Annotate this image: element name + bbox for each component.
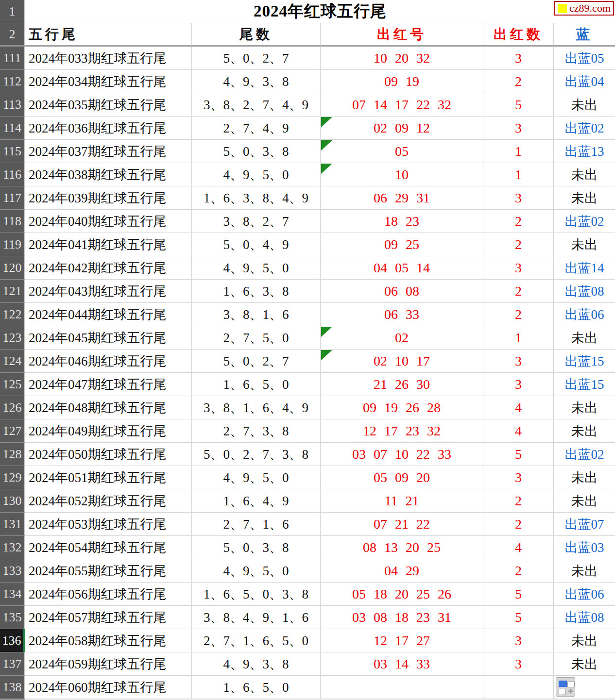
tails-cell[interactable]: 4、9、3、8 [192,652,321,676]
red-count-cell[interactable]: 3 [483,256,554,280]
red-numbers-cell[interactable]: 06 33 [321,303,483,326]
red-count-cell[interactable]: 2 [483,489,554,513]
tails-cell[interactable]: 3、8、2、7 [192,210,321,233]
red-numbers-cell[interactable]: 12 17 23 32 [321,419,483,443]
tails-cell[interactable]: 1、6、3、8、4、9 [192,186,321,210]
row-number-cell[interactable]: 118 [0,210,25,233]
period-label-cell[interactable]: 2024年052期红球五行尾 [25,489,192,513]
red-count-cell[interactable]: 4 [483,396,554,419]
period-label-cell[interactable]: 2024年038期红球五行尾 [25,163,192,186]
tails-cell[interactable]: 3、8、2、7、4、9 [192,93,321,117]
row-number-cell[interactable]: 123 [0,326,25,350]
period-label-cell[interactable]: 2024年033期红球五行尾 [25,47,192,70]
tails-cell[interactable]: 1、6、3、8 [192,280,321,303]
red-count-cell[interactable]: 2 [483,210,554,233]
column-header-red-count[interactable]: 出红数 [483,23,554,47]
red-count-cell[interactable]: 3 [483,47,554,70]
red-count-cell[interactable]: 2 [483,70,554,93]
row-number-cell[interactable]: 114 [0,117,25,140]
row-number-cell[interactable]: 2 [0,23,25,47]
period-label-cell[interactable]: 2024年054期红球五行尾 [25,536,192,559]
period-label-cell[interactable]: 2024年045期红球五行尾 [25,326,192,350]
blue-result-cell[interactable]: 出蓝04 + [554,70,615,93]
row-number-cell[interactable]: 113 [0,93,25,117]
red-count-cell[interactable]: 5 [483,443,554,466]
red-count-cell[interactable]: 5 [483,583,554,606]
red-numbers-cell[interactable]: 09 19 [321,70,483,93]
row-number-cell[interactable]: 127 [0,419,25,443]
red-numbers-cell[interactable]: 03 14 33 [321,652,483,676]
row-number-cell[interactable]: 138 [0,676,25,699]
blue-result-cell[interactable]: 出蓝02 + [554,443,615,466]
blue-result-cell[interactable]: 未出 + [554,489,615,513]
tails-cell[interactable]: 2、7、3、8 [192,419,321,443]
blue-result-cell[interactable]: 出蓝14 + [554,256,615,280]
blue-result-cell[interactable]: 出蓝03 + [554,536,615,559]
red-numbers-cell[interactable]: 05 18 20 25 26 [321,583,483,606]
period-label-cell[interactable]: 2024年035期红球五行尾 [25,93,192,117]
blue-result-cell[interactable]: 未出 + [554,466,615,489]
blue-result-cell[interactable]: 出蓝08 + [554,606,615,629]
red-numbers-cell[interactable]: 04 29 [321,559,483,583]
period-label-cell[interactable]: 2024年034期红球五行尾 [25,70,192,93]
red-numbers-cell[interactable]: 11 21 [321,489,483,513]
tails-cell[interactable]: 2、7、4、9 [192,117,321,140]
tails-cell[interactable]: 2、7、1、6 [192,513,321,536]
row-number-cell[interactable]: 137 [0,652,25,676]
red-count-cell[interactable]: 2 [483,559,554,583]
period-label-cell[interactable]: 2024年041期红球五行尾 [25,233,192,256]
row-number-cell[interactable]: 115 [0,140,25,163]
red-count-cell[interactable]: 3 [483,629,554,652]
blue-result-cell[interactable]: 未出 + [554,559,615,583]
tails-cell[interactable]: 5、0、3、8 [192,140,321,163]
tails-cell[interactable]: 1、6、5、0 [192,676,321,699]
row-number-cell[interactable]: 128 [0,443,25,466]
period-label-cell[interactable]: 2024年060期红球五行尾 [25,676,192,699]
row-number-cell[interactable]: 129 [0,466,25,489]
tails-cell[interactable]: 3、8、4、9、1、6 [192,606,321,629]
period-label-cell[interactable]: 2024年048期红球五行尾 [25,396,192,419]
tails-cell[interactable]: 1、6、5、0、3、8 [192,583,321,606]
blue-result-cell[interactable]: 未出 + [554,163,615,186]
red-numbers-cell[interactable]: 10 [321,163,483,186]
red-numbers-cell[interactable]: 05 [321,140,483,163]
red-count-cell[interactable]: 3 [483,652,554,676]
red-count-cell[interactable]: 3 [483,373,554,396]
red-count-cell[interactable]: 3 [483,186,554,210]
period-label-cell[interactable]: 2024年043期红球五行尾 [25,280,192,303]
blue-result-cell[interactable]: 未出 + [554,652,615,676]
blue-result-cell[interactable]: 未出 + [554,326,615,350]
red-numbers-cell[interactable]: 18 23 [321,210,483,233]
red-numbers-cell[interactable]: 07 14 17 22 32 [321,93,483,117]
row-number-cell[interactable]: 124 [0,350,25,373]
red-numbers-cell[interactable]: 03 08 18 23 31 [321,606,483,629]
period-label-cell[interactable]: 2024年042期红球五行尾 [25,256,192,280]
red-numbers-cell[interactable]: 02 10 17 [321,350,483,373]
blue-result-cell[interactable]: 出蓝02 + [554,117,615,140]
red-numbers-cell[interactable]: 05 09 20 [321,466,483,489]
red-count-cell[interactable]: 2 [483,303,554,326]
row-number-cell[interactable]: 120 [0,256,25,280]
period-label-cell[interactable]: 2024年039期红球五行尾 [25,186,192,210]
red-numbers-cell[interactable]: 09 19 26 28 [321,396,483,419]
red-count-cell[interactable]: 3 [483,466,554,489]
paste-options-button[interactable]: + [556,677,575,697]
tails-cell[interactable]: 4、9、5、0 [192,559,321,583]
red-numbers-cell[interactable]: 02 09 12 [321,117,483,140]
red-count-cell[interactable]: 4 [483,536,554,559]
red-count-cell[interactable]: 2 [483,513,554,536]
period-label-cell[interactable]: 2024年058期红球五行尾 [25,629,192,652]
tails-cell[interactable]: 5、0、2、7、3、8 [192,443,321,466]
blue-result-cell[interactable]: 未出 + [554,629,615,652]
tails-cell[interactable]: 3、8、1、6 [192,303,321,326]
tails-cell[interactable]: 5、0、2、7 [192,350,321,373]
red-count-cell[interactable]: 1 [483,140,554,163]
blue-result-cell[interactable]: 出蓝13 + [554,140,615,163]
blue-result-cell[interactable]: 出蓝06 + [554,583,615,606]
column-header-tails[interactable]: 尾数 [192,23,321,47]
blue-result-cell[interactable]: 未出 + [554,186,615,210]
blue-result-cell[interactable]: 出蓝06 + [554,303,615,326]
period-label-cell[interactable]: 2024年049期红球五行尾 [25,419,192,443]
tails-cell[interactable]: 2、7、1、6、5、0 [192,629,321,652]
tails-cell[interactable]: 2、7、5、0 [192,326,321,350]
